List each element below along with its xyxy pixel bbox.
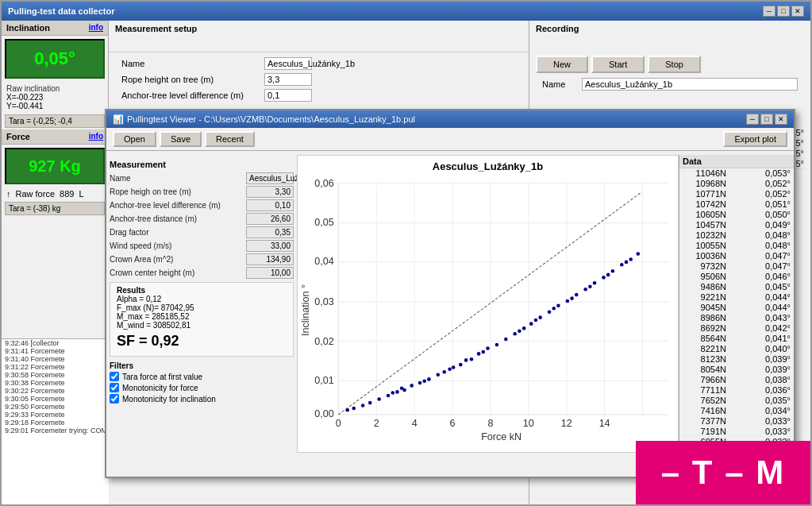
minimize-button[interactable]: ─ bbox=[763, 6, 775, 17]
export-button[interactable]: Export plot bbox=[723, 131, 787, 147]
svg-point-50 bbox=[477, 352, 481, 356]
viewer-data-row: 10055N0,048° bbox=[679, 241, 794, 251]
viewer-data-row: 10968N0,052° bbox=[679, 179, 794, 189]
viewer-data-row: 8692N0,042° bbox=[679, 323, 794, 334]
svg-point-43 bbox=[418, 381, 422, 385]
viewer-minimize-button[interactable]: ─ bbox=[746, 114, 759, 125]
viewer-data-row: 8123N0,039° bbox=[679, 354, 794, 365]
viewer-data-row: 11046N0,053° bbox=[679, 168, 794, 179]
log-line: 9:29:50 Forcemete bbox=[2, 403, 109, 411]
inclination-label: Inclination bbox=[6, 23, 50, 33]
log-line: 9:31:40 Forcemete bbox=[2, 355, 109, 363]
viewer-maximize-button[interactable]: □ bbox=[760, 114, 773, 125]
svg-point-38 bbox=[377, 397, 381, 401]
viewer-data-row: 8564N0,041° bbox=[679, 334, 794, 344]
stop-button[interactable]: Stop bbox=[648, 56, 701, 73]
vd-force: 8054N bbox=[683, 365, 726, 374]
svg-text:14: 14 bbox=[599, 418, 610, 429]
svg-text:6: 6 bbox=[450, 418, 456, 429]
vd-value: 0,046° bbox=[747, 272, 791, 281]
filter1-row: Tara force at first value bbox=[110, 372, 294, 381]
maximize-button[interactable]: □ bbox=[777, 6, 790, 17]
filter1-label: Tara force at first value bbox=[122, 373, 202, 381]
viewer-data-row: 7711N0,036° bbox=[679, 385, 794, 396]
viewer-close-button[interactable]: ✕ bbox=[775, 114, 787, 125]
vd-value: 0,052° bbox=[747, 179, 791, 188]
svg-point-66 bbox=[620, 263, 624, 267]
vd-value: 0,042° bbox=[747, 323, 791, 333]
vd-value: 0,053° bbox=[747, 168, 791, 178]
recent-button[interactable]: Recent bbox=[205, 131, 255, 147]
viewer-data-row: 9486N0,045° bbox=[679, 282, 794, 292]
meas-rope-height-row: Rope heigh on tree (m) 3,30 bbox=[110, 186, 294, 198]
vd-force: 9506N bbox=[683, 272, 726, 281]
svg-text:0,04: 0,04 bbox=[314, 256, 333, 267]
raw-force-unit: L bbox=[79, 189, 83, 199]
svg-text:8: 8 bbox=[487, 418, 493, 429]
close-button[interactable]: ✕ bbox=[791, 6, 804, 17]
svg-point-35 bbox=[352, 407, 356, 411]
filter2-checkbox[interactable] bbox=[110, 383, 119, 392]
log-line: 9:30:05 Forcemete bbox=[2, 395, 109, 403]
vd-value: 0,050° bbox=[747, 210, 791, 219]
inclination-display: 0,05° bbox=[5, 39, 105, 79]
svg-point-74 bbox=[482, 350, 486, 354]
fmax-result: F_max (N)= 87042,95 bbox=[117, 303, 287, 312]
viewer-window-title: Pullingtest Viewer - C:\Users\VZMB\Docum… bbox=[127, 114, 415, 124]
meas-anchor-dist-row: Anchor-tree distance (m) 26,60 bbox=[110, 213, 294, 225]
vd-force: 9486N bbox=[683, 282, 726, 292]
viewer-controls: ─ □ ✕ bbox=[746, 114, 787, 125]
svg-point-48 bbox=[459, 363, 463, 367]
y-value: Y=-00.441 bbox=[6, 102, 103, 110]
title-bar-controls: ─ □ ✕ bbox=[763, 6, 804, 17]
inclination-info-link[interactable]: info bbox=[89, 23, 103, 33]
start-button[interactable]: Start bbox=[591, 56, 645, 73]
force-info-link[interactable]: info bbox=[89, 132, 103, 141]
main-title-bar: Pulling-test data collector ─ □ ✕ bbox=[2, 2, 810, 21]
vd-force: 7377N bbox=[683, 416, 726, 426]
svg-point-49 bbox=[470, 357, 474, 361]
meas-drag-factor-row: Drag factor 0,35 bbox=[110, 226, 294, 238]
viewer-data-row: 7652N0,035° bbox=[679, 396, 794, 406]
name-label: Name bbox=[121, 59, 264, 68]
vd-force: 10055N bbox=[683, 241, 726, 250]
recording-name-row: Name Aesculus_Lužánky_1b bbox=[536, 76, 804, 92]
viewer-data-row: 7966N0,038° bbox=[679, 375, 794, 385]
rope-height-label: Rope height on tree (m) bbox=[121, 75, 264, 84]
save-button[interactable]: Save bbox=[160, 131, 202, 147]
svg-text:2: 2 bbox=[374, 418, 379, 429]
svg-point-54 bbox=[513, 332, 517, 336]
svg-text:0,03: 0,03 bbox=[314, 296, 333, 307]
viewer-data-scroll[interactable]: 11046N0,053°10968N0,052°10771N0,052°1074… bbox=[679, 168, 794, 450]
meas-anchor-level-label: Anchor-tree level difference (m) bbox=[110, 201, 246, 210]
svg-point-68 bbox=[637, 252, 641, 256]
raw-force-row: ↑ Raw force 889 L bbox=[2, 187, 108, 200]
svg-point-79 bbox=[588, 284, 592, 288]
vd-value: 0,041° bbox=[747, 334, 791, 343]
vd-force: 7416N bbox=[683, 406, 726, 415]
vd-force: 7191N bbox=[683, 427, 726, 436]
vd-force: 8221N bbox=[683, 344, 726, 353]
svg-text:0,06: 0,06 bbox=[314, 178, 333, 189]
open-button[interactable]: Open bbox=[113, 131, 156, 147]
svg-point-63 bbox=[593, 281, 597, 285]
new-button[interactable]: New bbox=[536, 56, 588, 73]
chart-svg: 0,06 0,05 0,04 0,03 0,02 0,01 0,00 0 2 4… bbox=[298, 174, 678, 446]
vd-value: 0,036° bbox=[747, 385, 791, 395]
viewer-data-row: 9506N0,046° bbox=[679, 272, 794, 282]
filter1-checkbox[interactable] bbox=[110, 372, 119, 381]
svg-line-33 bbox=[338, 192, 641, 415]
filters-section: Filters Tara force at first value Monoto… bbox=[110, 361, 294, 404]
mwind-result: M_wind = 308502,81 bbox=[117, 321, 287, 330]
svg-point-67 bbox=[629, 257, 633, 261]
vd-value: 0,043° bbox=[747, 313, 791, 323]
svg-point-61 bbox=[575, 293, 579, 297]
vd-force: 8564N bbox=[683, 334, 726, 343]
filter3-checkbox[interactable] bbox=[110, 394, 119, 404]
main-window: Pulling-test data collector ─ □ ✕ Inclin… bbox=[0, 0, 812, 506]
meas-drag-factor-value: 0,35 bbox=[246, 226, 294, 238]
filters-title: Filters bbox=[110, 361, 294, 370]
svg-point-81 bbox=[625, 261, 629, 265]
viewer-data-row: 7377N0,033° bbox=[679, 416, 794, 427]
svg-text:0: 0 bbox=[336, 418, 341, 429]
